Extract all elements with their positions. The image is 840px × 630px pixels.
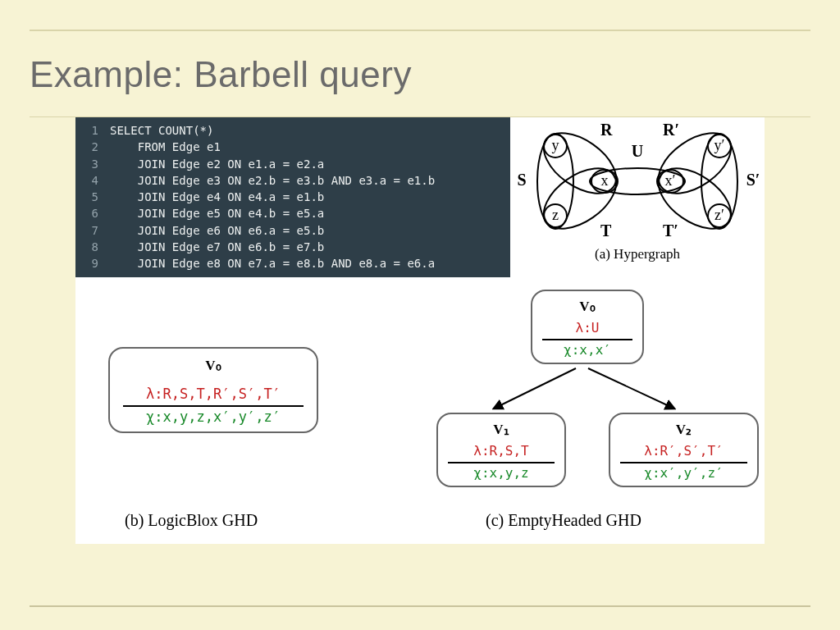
ghd-c-root: V₀ λ:U χ:x,x′ — [531, 290, 644, 364]
code-text: JOIN Edge e5 ON e4.b = e5.a — [110, 205, 324, 221]
hg-var-xp: x′ — [665, 172, 676, 189]
code-text: JOIN Edge e8 ON e7.a = e8.b AND e8.a = e… — [110, 255, 435, 272]
code-text: JOIN Edge e7 ON e6.b = e7.b — [110, 239, 324, 255]
ghd-b-vlabel: V₀ — [123, 357, 304, 374]
code-line: 4 JOIN Edge e3 ON e2.b = e3.b AND e3.a =… — [75, 172, 510, 189]
sql-code-block: 1SELECT COUNT(*)2 FROM Edge e13 JOIN Edg… — [75, 117, 510, 277]
code-gutter: 9 — [75, 255, 110, 272]
ghd-c-left-lambda: λ:R,S,T — [448, 443, 555, 459]
hg-var-yp: y′ — [714, 137, 725, 153]
hypergraph-svg: y x z y′ x′ z′ R S T U R′ S′ T′ — [510, 117, 765, 244]
ghd-b-caption: (b) LogicBlox GHD — [125, 511, 258, 530]
slide-title: Example: Barbell query — [30, 54, 810, 95]
code-gutter: 2 — [75, 139, 110, 155]
ghd-c-left-v: V₁ — [448, 421, 555, 438]
hypergraph-caption: (a) Hypergraph — [510, 246, 765, 262]
code-text: SELECT COUNT(*) — [110, 122, 213, 139]
code-line: 3 JOIN Edge e2 ON e1.a = e2.a — [75, 156, 510, 172]
code-line: 2 FROM Edge e1 — [75, 139, 510, 155]
code-gutter: 5 — [75, 189, 110, 205]
hg-label-S: S — [517, 171, 526, 189]
ghd-c-right-chi: χ:x′,y′,z′ — [620, 465, 747, 481]
code-line: 5 JOIN Edge e4 ON e4.a = e1.b — [75, 189, 510, 205]
code-text: JOIN Edge e6 ON e6.a = e5.b — [110, 222, 324, 239]
code-gutter: 7 — [75, 222, 110, 239]
ghd-c-left-chi: χ:x,y,z — [448, 465, 555, 481]
ghd-c-right: V₂ λ:R′,S′,T′ χ:x′,y′,z′ — [609, 413, 759, 487]
svg-point-7 — [533, 156, 627, 240]
top-rule — [30, 30, 810, 31]
code-line: 9 JOIN Edge e8 ON e7.a = e8.b AND e8.a =… — [75, 255, 510, 272]
hg-label-Sp: S′ — [746, 171, 760, 189]
svg-line-14 — [588, 368, 674, 409]
hg-var-z: z — [552, 207, 559, 223]
code-text: JOIN Edge e4 ON e4.a = e1.b — [110, 189, 324, 205]
code-text: FROM Edge e1 — [110, 139, 221, 155]
code-text: JOIN Edge e3 ON e2.b = e3.b AND e3.a = e… — [110, 172, 435, 189]
code-gutter: 4 — [75, 172, 110, 189]
code-gutter: 8 — [75, 239, 110, 255]
ghd-c-right-lambda: λ:R′,S′,T′ — [620, 443, 747, 459]
ghd-c-right-v: V₂ — [620, 421, 747, 438]
hg-label-Tp: T′ — [663, 221, 678, 240]
code-line: 1SELECT COUNT(*) — [75, 122, 510, 139]
ghd-b-node: V₀ λ:R,S,T,R′,S′,T′ χ:x,y,z,x′,y′,z′ — [108, 347, 318, 433]
hg-label-U: U — [632, 142, 643, 160]
hg-var-x: x — [601, 172, 609, 189]
slide: Example: Barbell query 1SELECT COUNT(*)2… — [0, 0, 840, 630]
code-line: 7 JOIN Edge e6 ON e6.a = e5.b — [75, 222, 510, 239]
ghd-c-caption: (c) EmptyHeaded GHD — [486, 511, 641, 530]
bottom-rule — [30, 605, 810, 607]
code-gutter: 3 — [75, 156, 110, 172]
ghd-c-root-v: V₀ — [542, 298, 632, 315]
ghd-c-root-chi: χ:x,x′ — [542, 342, 632, 358]
code-line: 8 JOIN Edge e7 ON e6.b = e7.b — [75, 239, 510, 255]
hg-label-T: T — [600, 221, 612, 240]
code-text: JOIN Edge e2 ON e1.a = e2.a — [110, 156, 324, 172]
hg-label-Rp: R′ — [663, 121, 679, 139]
svg-line-13 — [494, 368, 576, 409]
hypergraph-diagram: y x z y′ x′ z′ R S T U R′ S′ T′ (a) Hype… — [510, 117, 765, 273]
hg-var-y: y — [552, 137, 559, 153]
hg-var-zp: z′ — [714, 207, 724, 223]
ghd-b-chi: χ:x,y,z,x′,y′,z′ — [123, 409, 304, 425]
code-gutter: 6 — [75, 205, 110, 221]
ghd-b-lambda: λ:R,S,T,R′,S′,T′ — [123, 386, 304, 402]
hg-label-R: R — [600, 121, 613, 139]
ghd-c-root-lambda: λ:U — [542, 320, 632, 336]
code-line: 6 JOIN Edge e5 ON e4.b = e5.a — [75, 205, 510, 221]
code-gutter: 1 — [75, 122, 110, 139]
content-panel: 1SELECT COUNT(*)2 FROM Edge e13 JOIN Edg… — [75, 117, 765, 544]
ghd-c-left: V₁ λ:R,S,T χ:x,y,z — [436, 413, 566, 487]
